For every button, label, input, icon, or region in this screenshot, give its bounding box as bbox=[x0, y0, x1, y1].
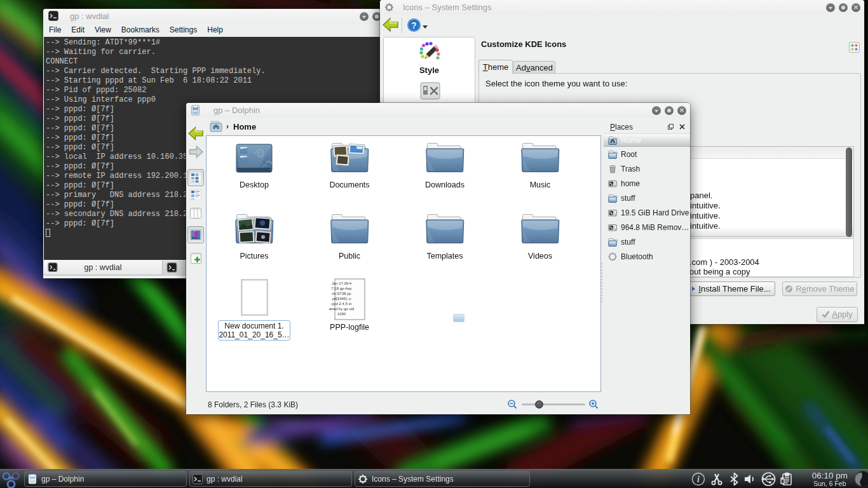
svg-text:?: ? bbox=[411, 20, 417, 30]
svg-text:i: i bbox=[697, 475, 700, 484]
